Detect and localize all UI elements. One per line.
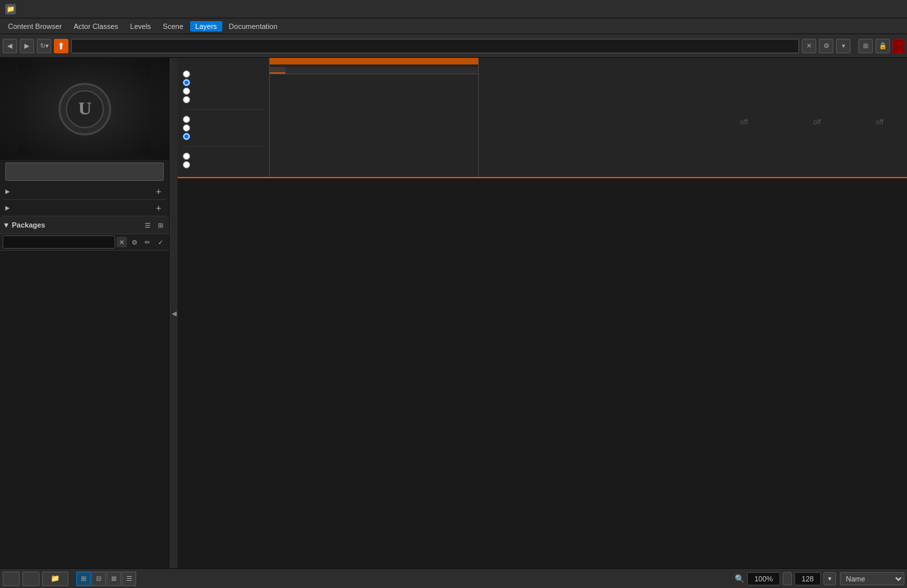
filter-settings-button[interactable]: ⚙ [819, 39, 833, 53]
packages-list-btn[interactable]: ☰ [141, 219, 153, 231]
radio-group-loaded [183, 149, 264, 172]
folder-button[interactable]: 📁 [42, 572, 68, 586]
filter-options-button[interactable]: ▾ [836, 39, 850, 53]
search-clear-button[interactable]: ✕ [802, 39, 816, 53]
off-1: off [740, 118, 748, 126]
filter-type-tabs [270, 67, 478, 74]
current-level-radio[interactable] [183, 70, 190, 78]
up-button[interactable]: ⬆ [54, 39, 68, 53]
filter-pencil-btn[interactable]: ✏ [141, 236, 153, 248]
filter-panel: off off off [178, 58, 907, 178]
unloaded-option[interactable] [183, 160, 264, 169]
private-collections-header[interactable]: ▶ + [3, 200, 166, 216]
view-buttons: ⊞ ⊟ ⊠ ☰ [76, 572, 136, 586]
loaded-levels-option[interactable] [183, 78, 264, 87]
menu-content-browser[interactable]: Content Browser [3, 21, 67, 32]
untagged-radio[interactable] [183, 124, 190, 132]
untagged-option[interactable] [183, 124, 264, 132]
menu-scene[interactable]: Scene [158, 21, 189, 32]
filter-check-btn[interactable]: ✓ [155, 236, 166, 248]
shared-collections-section: ▶ + [0, 184, 169, 200]
off-3: off [875, 118, 883, 126]
title-bar: 📁 [0, 0, 907, 18]
content-area: off off off [178, 58, 907, 568]
filter-tags-column [479, 58, 698, 177]
view-medium-btn[interactable]: ⊟ [91, 572, 106, 586]
packages-grid-btn[interactable]: ⊞ [155, 219, 166, 231]
radio-group-tagged [183, 112, 264, 143]
tree-filter-bar: ✕ ⚙ ✏ ✓ [0, 234, 169, 251]
filter-object-type-column [270, 58, 479, 177]
sidebar-logo-area: U [0, 58, 169, 160]
menu-levels[interactable]: Levels [125, 21, 157, 32]
bottom-bar: 📁 ⊞ ⊟ ⊠ ☰ 🔍 ▾ Name Date Modified Type [0, 568, 907, 588]
current-level-option[interactable] [183, 70, 264, 78]
visible-levels-radio[interactable] [183, 87, 190, 95]
packages-title[interactable]: ▼ Packages [3, 221, 141, 229]
shared-collections-header[interactable]: ▶ + [3, 184, 166, 200]
filter-status-column [178, 58, 270, 177]
zoom-area: 🔍 ▾ [735, 572, 836, 585]
search-input[interactable] [71, 39, 799, 53]
tagged-option[interactable] [183, 115, 264, 124]
loaded-levels-radio[interactable] [183, 79, 190, 86]
packages-header: ▼ Packages ☰ ⊞ [0, 216, 169, 234]
size-input[interactable] [795, 572, 821, 585]
loaded-radio[interactable] [183, 153, 190, 160]
sort-area: Name Date Modified Type [839, 572, 904, 585]
refresh-button[interactable]: ↻▾ [37, 39, 51, 53]
import-button[interactable] [22, 572, 39, 586]
sidebar: U ▶ + ▶ + ▼ Packages [0, 58, 170, 568]
menu-documentation[interactable]: Documentation [224, 21, 283, 32]
shared-collections-add[interactable]: + [153, 186, 164, 197]
both-option[interactable] [183, 132, 264, 141]
new-button[interactable] [3, 572, 20, 586]
menu-actor-classes[interactable]: Actor Classes [68, 21, 124, 32]
logo-bg: U [19, 63, 151, 155]
forward-button[interactable]: ▶ [20, 39, 34, 53]
size-dropdown-btn[interactable]: ▾ [823, 572, 836, 585]
reset-zoom-button[interactable] [783, 572, 792, 585]
packages-controls: ☰ ⊞ [141, 219, 166, 231]
all-types-tab[interactable] [285, 67, 301, 74]
private-collections-add[interactable]: + [153, 203, 164, 213]
asset-grid[interactable] [178, 178, 907, 568]
view-small-btn[interactable]: ⊞ [76, 572, 91, 586]
minimize-button[interactable] [865, 4, 875, 14]
main-layout: U ▶ + ▶ + ▼ Packages [0, 58, 907, 568]
zoom-input[interactable] [747, 572, 780, 585]
menu-bar: Content Browser Actor Classes Levels Sce… [0, 18, 907, 34]
unreal-logo: U [59, 83, 111, 135]
off-radio[interactable] [183, 96, 190, 103]
off-option[interactable] [183, 95, 264, 104]
view-list-btn[interactable]: ☰ [122, 572, 136, 586]
maximize-button[interactable] [878, 4, 889, 14]
tagged-radio[interactable] [183, 116, 190, 123]
package-tree[interactable] [0, 251, 169, 568]
close-button[interactable] [891, 4, 902, 14]
back-button[interactable]: ◀ [3, 39, 17, 53]
unloaded-radio[interactable] [183, 161, 190, 168]
all-assets-button[interactable] [5, 162, 164, 181]
zoom-icon: 🔍 [735, 574, 745, 583]
favorites-tab[interactable] [270, 67, 285, 74]
filter-settings-btn[interactable]: ⚙ [128, 236, 140, 248]
top-toolbar: ◀ ▶ ↻▾ ⬆ ✕ ⚙ ▾ ⊞ 🔒 [0, 34, 907, 58]
menu-layers[interactable]: Layers [190, 21, 222, 32]
lock-button[interactable]: 🔒 [875, 39, 890, 53]
shared-collections-arrow: ▶ [5, 188, 10, 195]
window-controls [865, 4, 902, 14]
view-options-button[interactable]: ⊞ [858, 39, 873, 53]
off-2: off [813, 118, 821, 126]
visible-levels-option[interactable] [183, 87, 264, 95]
view-large-btn[interactable]: ⊠ [107, 572, 121, 586]
filter-clear-button[interactable]: ✕ [116, 237, 127, 247]
loaded-option[interactable] [183, 152, 264, 160]
tree-filter-input[interactable] [3, 235, 115, 249]
both-radio[interactable] [183, 133, 190, 140]
svg-text:U: U [78, 98, 91, 118]
clear-button[interactable] [893, 39, 904, 53]
sort-select[interactable]: Name Date Modified Type [840, 572, 904, 585]
sidebar-collapse[interactable]: ◀ [170, 58, 178, 568]
object-type-header [270, 58, 478, 64]
